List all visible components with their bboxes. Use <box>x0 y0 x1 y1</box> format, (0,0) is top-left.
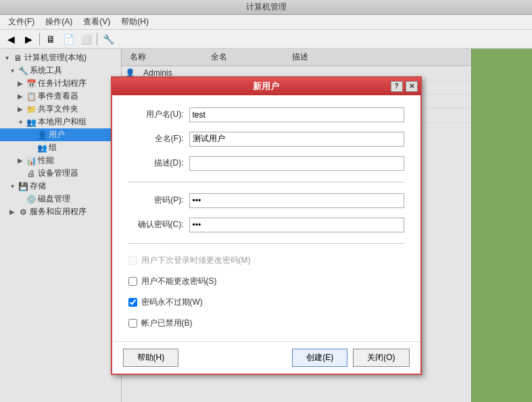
menu-action[interactable]: 操作(A) <box>40 15 78 29</box>
checkbox-row-4: 帐户已禁用(B) <box>128 316 404 330</box>
help-icon-button[interactable]: ? <box>391 81 403 92</box>
dialog-title: 新用户 <box>118 80 415 93</box>
checkbox-label-3: 密码永不过期(W) <box>141 297 203 308</box>
forward-button[interactable]: ▶ <box>20 32 37 47</box>
new-user-dialog: 新用户 ? ✕ 用户名(U): 全名(F): 描述(D): <box>111 76 422 375</box>
checkbox-label-4: 帐户已禁用(B) <box>141 318 193 329</box>
checkbox-label-2: 用户不能更改密码(S) <box>141 276 217 287</box>
checkbox-cannot-change[interactable] <box>128 277 137 286</box>
separator-1 <box>128 182 404 182</box>
fullname-label: 全名(F): <box>128 133 189 145</box>
username-input[interactable] <box>189 107 404 122</box>
close-button[interactable]: 关闭(O) <box>353 349 409 367</box>
dialog-titlebar: 新用户 ? ✕ <box>112 78 420 95</box>
checkbox-never-expire[interactable] <box>128 298 137 307</box>
fullname-input[interactable] <box>189 132 404 147</box>
main-area: ▾ 🖥 计算机管理(本地) ▾ 🔧 系统工具 ▶ 📅 任务计划程序 ▶ 📋 事件… <box>0 49 532 402</box>
confirm-label: 确认密码(C): <box>128 219 189 230</box>
create-button[interactable]: 创建(E) <box>292 349 347 367</box>
password-row: 密码(P): <box>128 192 404 209</box>
dialog-footer: 帮助(H) 创建(E) 关闭(O) <box>112 341 420 374</box>
desc-label: 描述(D): <box>128 157 189 169</box>
password-input[interactable] <box>189 193 404 208</box>
checkbox-label-1: 用户下次登录时须更改密码(M) <box>141 255 251 266</box>
checkbox-disabled[interactable] <box>128 319 137 328</box>
dialog-controls: ? ✕ <box>391 81 418 92</box>
dialog-close-icon[interactable]: ✕ <box>406 81 418 92</box>
password-label: 密码(P): <box>128 195 189 206</box>
confirm-row: 确认密码(C): <box>128 216 404 234</box>
help-button[interactable]: 帮助(H) <box>123 349 179 367</box>
menu-help[interactable]: 帮助(H) <box>116 15 154 29</box>
separator-2 <box>128 243 404 244</box>
computer-button[interactable]: 🖥 <box>43 32 59 47</box>
checkbox-row-3: 密码永不过期(W) <box>128 295 404 309</box>
back-button[interactable]: ◀ <box>3 32 19 47</box>
dialog-footer-right: 创建(E) 关闭(O) <box>292 349 409 367</box>
fullname-row: 全名(F): <box>128 130 404 148</box>
username-label: 用户名(U): <box>128 109 189 120</box>
settings-button[interactable]: 🔧 <box>100 32 116 47</box>
window-title: 计算机管理 <box>246 1 287 13</box>
dialog-overlay: 新用户 ? ✕ 用户名(U): 全名(F): 描述(D): <box>0 49 532 402</box>
dialog-body: 用户名(U): 全名(F): 描述(D): 密码(P): 确认密码 <box>112 95 420 341</box>
toolbar-sep-2 <box>97 33 97 45</box>
desc-input[interactable] <box>189 156 404 171</box>
menu-bar: 文件(F) 操作(A) 查看(V) 帮助(H) <box>0 15 532 30</box>
checkbox-row-1: 用户下次登录时须更改密码(M) <box>128 253 404 268</box>
checkbox-row-2: 用户不能更改密码(S) <box>128 274 404 288</box>
toolbar-sep-1 <box>39 33 40 45</box>
username-row: 用户名(U): <box>128 106 404 124</box>
desc-row: 描述(D): <box>128 155 404 172</box>
menu-file[interactable]: 文件(F) <box>3 15 40 29</box>
menu-view[interactable]: 查看(V) <box>78 15 116 29</box>
view-button[interactable]: 📄 <box>60 32 76 47</box>
tools-button[interactable]: ⬜ <box>78 32 94 47</box>
confirm-input[interactable] <box>189 218 404 232</box>
toolbar: ◀ ▶ 🖥 📄 ⬜ 🔧 <box>0 30 532 49</box>
title-bar: 计算机管理 <box>0 0 532 15</box>
checkbox-must-change[interactable] <box>128 256 137 265</box>
